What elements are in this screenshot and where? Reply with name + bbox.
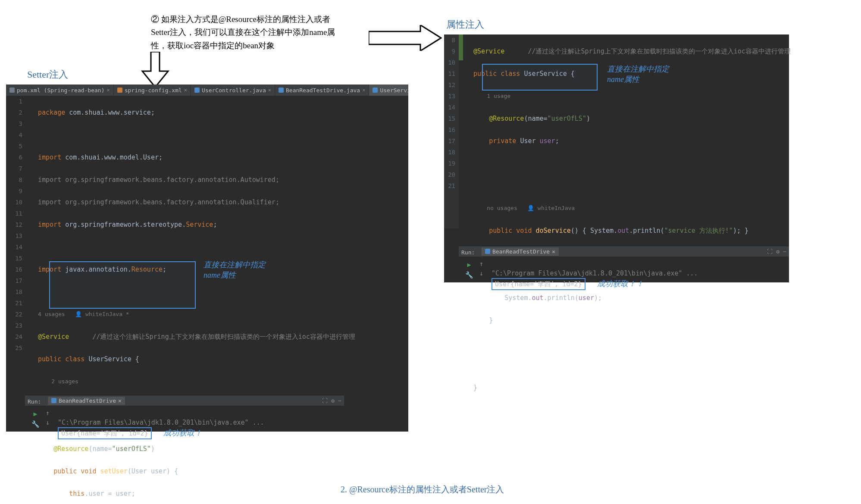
java-icon bbox=[51, 398, 56, 403]
arrow-down-icon bbox=[140, 52, 170, 88]
expand-icon[interactable]: ⛶ bbox=[767, 248, 773, 255]
close-icon[interactable]: × bbox=[107, 87, 110, 93]
diff-marker bbox=[459, 34, 463, 60]
tab-pom[interactable]: pom.xml (Spring-read-bean)× bbox=[6, 85, 114, 96]
tab-usercontroller[interactable]: UserController.java× bbox=[191, 85, 275, 96]
minus-icon[interactable]: − bbox=[783, 248, 786, 255]
tab-spring-config[interactable]: spring-config.xml× bbox=[114, 85, 191, 96]
close-icon[interactable]: × bbox=[362, 87, 365, 93]
run-panel-right: Run: BeanReadTestDrive × ⛶⚙− ▶ 🔧 ↑↓ "C:\… bbox=[459, 246, 789, 281]
wrench-icon[interactable]: 🔧 bbox=[31, 420, 40, 428]
console-output[interactable]: "C:\Program Files\Java\jdk1.8.0_201\bin\… bbox=[488, 259, 789, 300]
gear-icon[interactable]: ⚙ bbox=[331, 398, 335, 404]
console-output[interactable]: "C:\Program Files\Java\jdk1.8.0_201\bin\… bbox=[54, 408, 344, 449]
xml-icon bbox=[117, 88, 122, 93]
label-setter: Setter注入 bbox=[27, 68, 68, 81]
run-header: Run: BeanReadTestDrive × ⛶⚙− bbox=[459, 246, 789, 257]
close-icon[interactable]: × bbox=[268, 87, 271, 93]
run-header: Run: BeanReadTestDrive × ⛶⚙− bbox=[25, 395, 344, 406]
ide-pane-left: pom.xml (Spring-read-bean)× spring-confi… bbox=[6, 85, 408, 432]
minus-icon[interactable]: − bbox=[338, 398, 341, 404]
annotation-hint-left: 直接在注解中指定name属性 bbox=[204, 260, 266, 280]
java-icon bbox=[373, 88, 378, 93]
run-tab[interactable]: BeanReadTestDrive × bbox=[482, 247, 559, 256]
play-icon[interactable]: ▶ bbox=[33, 410, 37, 418]
annotation-hint-right: 直接在注解中指定name属性 bbox=[607, 64, 669, 85]
output-highlight: User{name='李四', id=2} bbox=[58, 427, 152, 439]
line-gutter-right: 89101112131415161718192021 bbox=[444, 34, 459, 229]
tab-beanreadtest[interactable]: BeanReadTestDrive.java× bbox=[275, 85, 369, 96]
java-icon bbox=[194, 88, 200, 93]
run-tab[interactable]: BeanReadTestDrive × bbox=[48, 397, 125, 405]
close-icon[interactable]: × bbox=[552, 248, 555, 255]
label-prop: 属性注入 bbox=[446, 18, 484, 31]
run-panel-left: Run: BeanReadTestDrive × ⛶⚙− ▶ 🔧 ↑↓ "C:\… bbox=[25, 395, 344, 430]
output-highlight: User{name='李四', id=2} bbox=[492, 278, 585, 290]
highlight-box bbox=[49, 261, 196, 309]
bottom-caption: 2. @Resource标注的属性注入或者Setter注入 bbox=[341, 484, 504, 495]
tab-userservice[interactable]: UserService.java× bbox=[369, 85, 408, 96]
wrench-icon[interactable]: 🔧 bbox=[465, 271, 473, 279]
play-icon[interactable]: ▶ bbox=[467, 261, 471, 269]
line-gutter: 1234567891011121314151617182122232425 bbox=[6, 96, 27, 354]
maven-icon bbox=[9, 88, 15, 93]
gear-icon[interactable]: ⚙ bbox=[776, 248, 780, 255]
expand-icon[interactable]: ⛶ bbox=[322, 398, 328, 404]
ide-pane-right: 89101112131415161718192021 @Service //通过… bbox=[444, 34, 789, 282]
java-icon bbox=[279, 88, 284, 93]
close-icon[interactable]: × bbox=[184, 87, 187, 93]
arrow-right-icon bbox=[369, 25, 442, 51]
close-icon[interactable]: × bbox=[118, 398, 122, 404]
java-icon bbox=[485, 249, 490, 254]
highlight-box-right bbox=[482, 64, 598, 91]
editor-tabs: pom.xml (Spring-read-bean)× spring-confi… bbox=[6, 85, 408, 96]
code-area-right[interactable]: @Service //通过这个注解让Spring上下文对象在加载时扫描该类的一个… bbox=[473, 34, 791, 416]
